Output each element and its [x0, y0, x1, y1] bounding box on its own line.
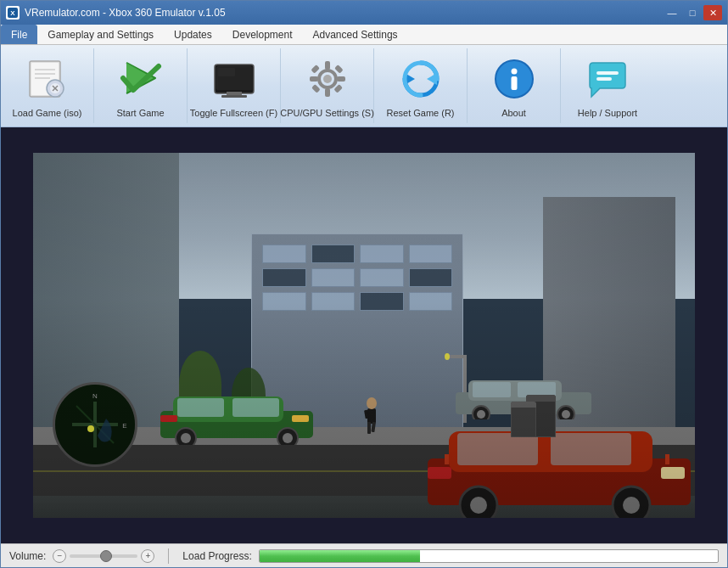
svg-rect-14 [221, 95, 247, 98]
reset-game-icon [395, 53, 446, 104]
start-game-label: Start Game [116, 108, 164, 118]
menu-file[interactable]: File [1, 25, 37, 44]
svg-rect-33 [596, 77, 612, 81]
menu-advanced[interactable]: Advanced Settings [303, 25, 408, 44]
svg-rect-54 [367, 422, 371, 434]
minimap: N E [53, 382, 137, 467]
svg-point-66 [623, 497, 640, 514]
svg-point-64 [470, 497, 487, 514]
menu-updates[interactable]: Updates [164, 25, 222, 44]
svg-marker-28 [427, 73, 437, 85]
cpu-gpu-settings-button[interactable]: CPU/GPU Settings (S) [281, 48, 374, 123]
volume-control: − + [53, 549, 154, 563]
menu-development[interactable]: Development [222, 25, 303, 44]
svg-rect-20 [325, 88, 330, 97]
progress-fill [260, 550, 420, 562]
game-area: N E [1, 127, 727, 543]
app-icon: X [6, 6, 20, 20]
menubar: File Gameplay and Settings Updates Devel… [1, 25, 727, 45]
svg-text:N: N [93, 392, 98, 400]
help-support-button[interactable]: Help / Support [561, 48, 654, 123]
game-scene: N E [33, 153, 695, 518]
svg-rect-60 [551, 433, 631, 465]
volume-label: Volume: [9, 550, 46, 562]
volume-increase-button[interactable]: + [141, 549, 154, 563]
svg-rect-68 [428, 467, 451, 479]
svg-point-39 [181, 433, 191, 443]
cpu-gpu-settings-label: CPU/GPU Settings (S) [280, 108, 374, 118]
svg-rect-36 [177, 398, 224, 417]
svg-rect-43 [160, 415, 177, 422]
about-button[interactable]: About [468, 48, 561, 123]
menu-gameplay[interactable]: Gameplay and Settings [37, 25, 164, 44]
volume-decrease-button[interactable]: − [53, 549, 66, 563]
toggle-fullscreen-icon [209, 53, 260, 104]
svg-rect-31 [511, 76, 517, 90]
svg-rect-52 [367, 408, 376, 424]
close-button[interactable]: ✕ [703, 5, 722, 20]
window-controls: — □ ✕ [663, 5, 722, 20]
svg-point-30 [511, 69, 517, 75]
volume-slider[interactable] [70, 554, 137, 558]
titlebar: X VRemulator.com - Xbox 360 Emulator v.1… [1, 1, 727, 25]
toggle-fullscreen-button[interactable]: Toggle Fullscreen (F) [188, 48, 281, 123]
svg-point-53 [367, 397, 377, 409]
red-car [423, 408, 695, 518]
reset-game-label: Reset Game (R) [386, 108, 454, 118]
svg-rect-61 [445, 454, 449, 464]
green-car [152, 381, 322, 445]
progress-bar [259, 549, 719, 563]
svg-rect-37 [232, 398, 279, 417]
svg-point-73 [87, 425, 94, 432]
help-support-label: Help / Support [578, 108, 637, 118]
svg-rect-21 [310, 76, 318, 82]
svg-rect-19 [325, 61, 330, 70]
player-character [364, 391, 379, 434]
statusbar: Volume: − + Load Progress: [1, 543, 727, 567]
toolbar: Load Game (iso) Start Game [1, 45, 727, 127]
load-game-label: Load Game (iso) [13, 108, 82, 118]
load-game-icon [22, 53, 73, 104]
maximize-button[interactable]: □ [683, 5, 702, 20]
svg-rect-16 [218, 68, 235, 76]
about-icon [489, 53, 540, 104]
start-game-button[interactable]: Start Game [94, 48, 188, 123]
svg-rect-42 [292, 415, 309, 422]
volume-thumb [100, 550, 112, 562]
svg-rect-59 [457, 433, 538, 465]
svg-rect-23 [311, 65, 320, 74]
svg-rect-32 [596, 71, 619, 75]
help-support-icon [582, 53, 633, 104]
main-window: X VRemulator.com - Xbox 360 Emulator v.1… [0, 0, 728, 568]
about-label: About [501, 108, 526, 118]
reset-game-button[interactable]: Reset Game (R) [374, 48, 468, 123]
progress-label: Load Progress: [182, 550, 251, 562]
svg-rect-62 [665, 454, 669, 464]
start-game-icon [115, 53, 166, 104]
statusbar-separator [168, 548, 169, 564]
svg-point-41 [283, 433, 293, 443]
trash-can-2 [511, 402, 536, 437]
svg-text:X: X [10, 9, 15, 17]
svg-rect-26 [311, 84, 321, 93]
svg-point-18 [323, 75, 332, 83]
cpu-gpu-settings-icon [302, 53, 353, 104]
svg-rect-46 [473, 382, 511, 397]
game-canvas: N E [33, 153, 695, 518]
svg-text:E: E [123, 422, 127, 430]
window-title: VRemulator.com - Xbox 360 Emulator v.1.0… [25, 7, 663, 19]
load-game-button[interactable]: Load Game (iso) [1, 48, 94, 123]
svg-rect-25 [334, 65, 344, 74]
toggle-fullscreen-label: Toggle Fullscreen (F) [190, 108, 277, 118]
svg-rect-22 [337, 76, 345, 82]
svg-rect-67 [661, 467, 685, 479]
svg-rect-13 [227, 92, 242, 95]
minimize-button[interactable]: — [663, 5, 681, 20]
